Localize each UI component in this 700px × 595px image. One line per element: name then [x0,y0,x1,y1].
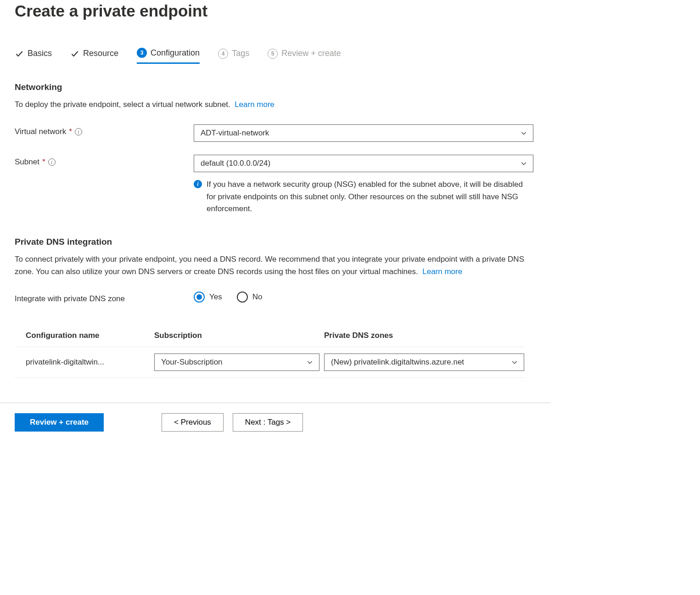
subnet-select[interactable]: default (10.0.0.0/24) [194,155,533,172]
radio-icon [237,292,248,303]
table-header-config-name: Configuration name [26,331,150,340]
checkmark-icon [15,49,24,58]
radio-label: No [252,292,263,302]
step-label: Tags [232,49,249,58]
step-resource[interactable]: Resource [70,48,118,64]
radio-label: Yes [209,292,222,302]
radio-icon [194,292,205,303]
virtual-network-label: Virtual network [15,127,66,136]
integrate-dns-no-radio[interactable]: No [237,292,263,303]
info-icon[interactable]: i [75,128,82,135]
chevron-down-icon [520,129,527,137]
step-basics[interactable]: Basics [15,48,52,64]
subscription-select[interactable]: Your-Subscription [154,354,319,371]
wizard-steps: Basics Resource 3 Configuration 4 Tags 5… [15,48,536,64]
chevron-down-icon [511,359,518,366]
step-label: Basics [28,49,52,58]
integrate-dns-radio-group: Yes No [194,292,533,303]
step-number-icon: 4 [218,49,228,59]
dns-learn-more-link[interactable]: Learn more [422,267,462,276]
step-label: Resource [83,49,118,58]
step-review-create[interactable]: 5 Review + create [268,48,341,64]
table-header-subscription: Subscription [154,331,319,340]
step-tags[interactable]: 4 Tags [218,48,249,64]
private-dns-zone-value: (New) privatelink.digitaltwins.azure.net [331,358,464,367]
integrate-dns-row: Integrate with private DNS zone Yes No [15,292,536,303]
integrate-dns-yes-radio[interactable]: Yes [194,292,222,303]
info-icon[interactable]: i [48,158,56,166]
private-dns-zone-select[interactable]: (New) privatelink.digitaltwins.azure.net [324,354,524,371]
subnet-row: Subnet * i default (10.0.0.0/24) i If yo… [15,155,536,215]
step-label: Review + create [281,49,341,58]
step-number-icon: 5 [268,49,278,59]
chevron-down-icon [520,160,527,167]
networking-section-description: To deploy the private endpoint, select a… [15,99,536,111]
page-title: Create a private endpoint [15,2,536,20]
subscription-value: Your-Subscription [161,358,223,367]
networking-section-heading: Networking [15,82,536,92]
dns-config-table: Configuration name Subscription Private … [15,325,524,378]
next-button[interactable]: Next : Tags > [233,413,303,432]
wizard-footer: Review + create < Previous Next : Tags > [0,403,551,432]
required-asterisk: * [69,127,72,136]
step-configuration[interactable]: 3 Configuration [137,48,200,64]
networking-learn-more-link[interactable]: Learn more [235,100,274,109]
required-asterisk: * [42,157,45,167]
table-header-private-dns-zones: Private DNS zones [324,331,524,340]
networking-description-text: To deploy the private endpoint, select a… [15,100,230,109]
step-label: Configuration [151,48,200,58]
previous-button[interactable]: < Previous [162,413,224,432]
subnet-value: default (10.0.0.0/24) [201,159,270,168]
dns-section-heading: Private DNS integration [15,237,536,247]
subnet-nsg-note-text: If you have a network security group (NS… [207,179,533,215]
chevron-down-icon [306,359,314,366]
table-row: privatelink-digitaltwin... Your-Subscrip… [15,347,524,378]
integrate-dns-label: Integrate with private DNS zone [15,294,125,303]
table-header-row: Configuration name Subscription Private … [15,325,524,347]
virtual-network-select[interactable]: ADT-virtual-network [194,124,533,142]
virtual-network-row: Virtual network * i ADT-virtual-network [15,124,536,142]
info-filled-icon: i [194,180,202,188]
config-name-cell: privatelink-digitaltwin... [26,358,150,367]
subnet-nsg-note: i If you have a network security group (… [194,179,533,215]
step-number-icon: 3 [137,48,147,58]
virtual-network-value: ADT-virtual-network [201,129,269,138]
review-create-button[interactable]: Review + create [15,413,104,432]
subnet-label: Subnet [15,157,39,167]
checkmark-icon [70,49,79,58]
dns-section-description: To connect privately with your private e… [15,253,536,278]
